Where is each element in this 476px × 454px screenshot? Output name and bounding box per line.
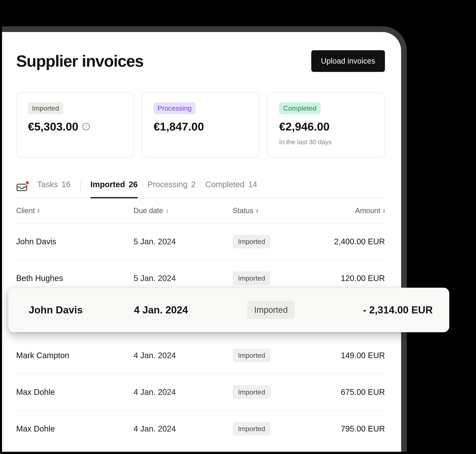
- cell-status: Imported: [233, 235, 310, 248]
- device-frame: Supplier invoices Upload invoices Import…: [2, 26, 407, 452]
- cell-client: Max Dohle: [16, 387, 134, 397]
- tab-processing[interactable]: Processing 2: [147, 176, 196, 198]
- tab-tasks-label: Tasks: [37, 180, 58, 189]
- badge-processing: Processing: [154, 102, 196, 114]
- column-client-label: Client: [16, 206, 35, 215]
- tab-imported[interactable]: Imported 26: [90, 176, 138, 198]
- status-badge: Imported: [233, 235, 270, 248]
- tab-processing-label: Processing: [147, 180, 187, 189]
- cell-status: Imported: [233, 272, 310, 285]
- tab-completed[interactable]: Completed 14: [205, 176, 257, 198]
- page-header: Supplier invoices Upload invoices: [16, 50, 385, 72]
- table-row[interactable]: John Davis 5 Jan. 2024 Imported 2,400.00…: [16, 223, 385, 260]
- cell-due-date: 4 Jan. 2024: [134, 424, 233, 433]
- sort-icon: ▴▾: [38, 208, 39, 213]
- card-completed-amount: €2,946.00: [279, 120, 373, 133]
- table-body: John Davis 5 Jan. 2024 Imported 2,400.00…: [16, 223, 385, 447]
- page-title: Supplier invoices: [16, 52, 143, 70]
- badge-imported: Imported: [28, 102, 63, 114]
- tabs: Tasks 16 Imported 26 Processing 2 Comple…: [16, 176, 385, 198]
- table-row[interactable]: Max Dohle 4 Jan. 2024 Imported 675.00 EU…: [16, 374, 385, 411]
- tab-imported-count: 26: [129, 180, 138, 189]
- tab-divider: [80, 181, 81, 193]
- tab-tasks-count: 16: [61, 180, 71, 189]
- card-imported[interactable]: Imported €5,303.00 i: [16, 92, 134, 158]
- table-header: Client ▴▾ Due date ↓ Status ▴▾ Amount ▴▾: [16, 198, 385, 223]
- tab-tasks[interactable]: Tasks 16: [37, 176, 71, 198]
- cell-client: Beth Hughes: [16, 274, 134, 283]
- cell-due-date: 5 Jan. 2024: [134, 237, 233, 246]
- tab-processing-count: 2: [191, 180, 196, 189]
- cell-status: Imported: [233, 385, 310, 399]
- cell-due-date: 4 Jan. 2024: [134, 351, 233, 360]
- cell-due-date: 5 Jan. 2024: [134, 274, 233, 283]
- column-due-date-label: Due date: [134, 206, 163, 215]
- highlighted-row-overlay[interactable]: John Davis 4 Jan. 2024 Imported - 2,314.…: [8, 288, 449, 332]
- status-badge: Imported: [247, 301, 295, 319]
- status-badge: Imported: [233, 349, 270, 362]
- cell-amount: 149.00 EUR: [310, 351, 385, 360]
- cell-amount: 675.00 EUR: [310, 387, 385, 397]
- card-completed-subtext: In the last 30 days: [279, 138, 373, 146]
- status-badge: Imported: [233, 272, 270, 285]
- tab-completed-label: Completed: [205, 180, 244, 189]
- highlighted-amount: - 2,314.00 EUR: [328, 304, 433, 316]
- column-header-client[interactable]: Client ▴▾: [16, 206, 134, 215]
- status-badge: Imported: [233, 385, 270, 399]
- info-icon[interactable]: i: [82, 123, 90, 130]
- column-header-due-date[interactable]: Due date ↓: [134, 206, 233, 215]
- column-amount-label: Amount: [355, 206, 380, 215]
- highlighted-client: John Davis: [29, 304, 134, 316]
- status-badge: Imported: [233, 422, 270, 436]
- highlighted-status: Imported: [247, 301, 328, 319]
- inbox-icon[interactable]: [16, 182, 28, 191]
- upload-invoices-button[interactable]: Upload invoices: [311, 50, 385, 72]
- sort-icon: ▴▾: [256, 208, 258, 213]
- card-imported-amount: €5,303.00 i: [28, 120, 122, 133]
- cell-client: John Davis: [16, 237, 134, 246]
- card-processing[interactable]: Processing €1,847.00: [142, 92, 259, 158]
- column-header-amount[interactable]: Amount ▴▾: [310, 206, 385, 215]
- notification-dot-icon: [25, 181, 29, 185]
- table-row[interactable]: Mark Campton 4 Jan. 2024 Imported 149.00…: [16, 337, 385, 374]
- tab-completed-count: 14: [248, 180, 257, 189]
- summary-cards: Imported €5,303.00 i Processing €1,847.0…: [16, 92, 385, 158]
- cell-client: Mark Campton: [16, 351, 134, 360]
- cell-due-date: 4 Jan. 2024: [134, 387, 233, 397]
- completed-amount-value: €2,946.00: [279, 120, 330, 133]
- card-processing-amount: €1,847.00: [154, 120, 248, 133]
- table-row[interactable]: Max Dohle 4 Jan. 2024 Imported 795.00 EU…: [16, 411, 385, 447]
- column-header-status[interactable]: Status ▴▾: [233, 206, 310, 215]
- imported-amount-value: €5,303.00: [28, 120, 78, 133]
- cell-amount: 2,400.00 EUR: [310, 237, 385, 246]
- cell-amount: 120.00 EUR: [310, 274, 385, 283]
- arrow-down-icon: ↓: [166, 207, 169, 214]
- tab-imported-label: Imported: [90, 180, 125, 189]
- cell-amount: 795.00 EUR: [310, 424, 385, 433]
- sort-icon: ▴▾: [383, 208, 385, 213]
- highlighted-due-date: 4 Jan. 2024: [134, 304, 247, 316]
- processing-amount-value: €1,847.00: [154, 120, 204, 133]
- cell-status: Imported: [233, 349, 310, 362]
- cell-status: Imported: [233, 422, 310, 436]
- app-screen: Supplier invoices Upload invoices Import…: [2, 34, 399, 452]
- content-area: Supplier invoices Upload invoices Import…: [2, 34, 399, 447]
- card-completed[interactable]: Completed €2,946.00 In the last 30 days: [267, 92, 385, 158]
- cell-client: Max Dohle: [16, 424, 134, 433]
- badge-completed: Completed: [279, 102, 320, 114]
- column-status-label: Status: [233, 206, 253, 215]
